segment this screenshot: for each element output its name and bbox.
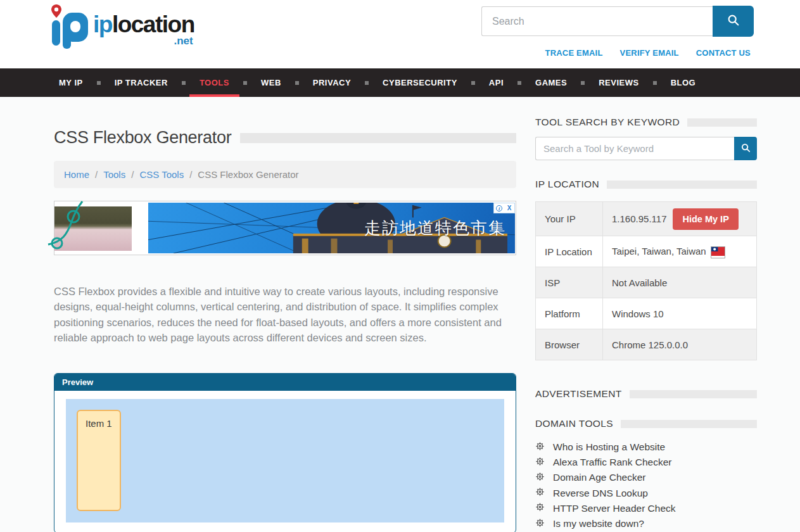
verify-email-link[interactable]: VERIFY EMAIL	[620, 48, 679, 58]
list-item[interactable]: Domain Age Checker	[535, 470, 757, 485]
breadcrumb-css-tools[interactable]: CSS Tools	[139, 169, 184, 180]
tool-search-heading: TOOL SEARCH BY KEYWORD	[535, 117, 680, 128]
site-header: iplocation .net TRACE EMAIL VERIFY EMAIL…	[0, 0, 800, 68]
row-label: Your IP	[536, 202, 603, 236]
nav-item-web[interactable]: WEB	[256, 68, 286, 97]
tool-description: CSS Flexbox provides a flexible and intu…	[54, 284, 505, 346]
list-item[interactable]: Is my website down?	[535, 516, 757, 531]
breadcrumb-separator: /	[95, 169, 98, 180]
nav-separator	[365, 81, 369, 85]
nav-item-api[interactable]: API	[484, 68, 509, 97]
your-ip-value: 1.160.95.117	[612, 213, 666, 224]
domain-tool-link[interactable]: Who is Hosting a Website	[553, 441, 665, 453]
nav-item-games[interactable]: GAMES	[530, 68, 572, 97]
nav-item-blog[interactable]: BLOG	[666, 68, 701, 97]
row-label: Platform	[536, 298, 603, 329]
search-icon	[727, 13, 740, 29]
adchoices-info-icon[interactable]: i	[494, 203, 504, 213]
breadcrumb-tools[interactable]: Tools	[103, 169, 125, 180]
domain-tools-heading: DOMAIN TOOLS	[535, 418, 613, 429]
tool-search	[535, 137, 757, 160]
heading-decoration-bar	[621, 420, 757, 428]
preview-body: Item 1	[54, 391, 516, 532]
nav-item-tools[interactable]: TOOLS	[194, 68, 234, 97]
flex-preview-item[interactable]: Item 1	[77, 410, 121, 511]
table-row: Platform Windows 10	[536, 298, 757, 329]
heading-decoration-bar	[630, 390, 757, 398]
list-item[interactable]: Alexa Traffic Rank Checker	[535, 455, 757, 470]
nav-separator	[243, 81, 247, 85]
adchoices: i X	[493, 203, 515, 213]
site-search	[481, 6, 754, 36]
title-row: CSS Flexbox Generator	[54, 128, 516, 148]
gear-icon	[535, 518, 545, 530]
page-title: CSS Flexbox Generator	[54, 128, 231, 148]
site-search-button[interactable]	[713, 6, 754, 37]
row-value: Chrome 125.0.0.0	[603, 329, 757, 360]
nav-item-my-ip[interactable]: MY IP	[54, 68, 88, 97]
row-value: Not Available	[603, 267, 757, 298]
search-icon	[740, 142, 751, 155]
flex-preview-container: Item 1	[66, 399, 504, 522]
nav-item-reviews[interactable]: REVIEWS	[594, 68, 644, 97]
list-item[interactable]: Who is Hosting a Website	[535, 440, 757, 455]
row-label: IP Location	[536, 236, 603, 267]
domain-tools-list: Who is Hosting a Website Alexa Traffic R…	[535, 440, 757, 532]
trace-email-link[interactable]: TRACE EMAIL	[545, 48, 603, 58]
adchoices-close-icon[interactable]: X	[504, 203, 514, 213]
logo-ip: ip	[93, 11, 112, 37]
ad-left-image	[54, 206, 132, 251]
ad-route-line	[51, 198, 136, 258]
domain-tool-link[interactable]: Is my website down?	[553, 518, 644, 529]
list-item[interactable]: HTTP Server Header Check	[535, 501, 757, 516]
domain-tool-link[interactable]: Domain Age Checker	[553, 472, 645, 483]
list-item[interactable]: Reverse DNS Lookup	[535, 486, 757, 501]
nav-separator	[581, 81, 585, 85]
nav-separator	[517, 81, 521, 85]
domain-tool-link[interactable]: Reverse DNS Lookup	[553, 488, 648, 499]
ad-banner[interactable]: 走訪地道特色市集 i X	[54, 201, 516, 255]
table-row: ISP Not Available	[536, 267, 757, 298]
nav-item-privacy[interactable]: PRIVACY	[308, 68, 356, 97]
domain-tools-heading-row: DOMAIN TOOLS	[535, 418, 757, 429]
nav-item-cybersecurity[interactable]: CYBERSECURITY	[378, 68, 462, 97]
ip-location-table: Your IP 1.160.95.117Hide My IP IP Locati…	[535, 201, 757, 360]
nav-separator	[97, 81, 101, 85]
logo-mark-icon	[48, 4, 89, 52]
header-links: TRACE EMAIL VERIFY EMAIL CONTACT US	[545, 48, 751, 58]
domain-tool-link[interactable]: Alexa Traffic Rank Checker	[553, 457, 672, 468]
advertisement-heading: ADVERTISEMENT	[535, 388, 622, 400]
breadcrumb: Home / Tools / CSS Tools / CSS Flexbox G…	[54, 161, 516, 188]
table-row: Your IP 1.160.95.117Hide My IP	[536, 202, 757, 236]
nav-item-ip-tracker[interactable]: IP TRACKER	[110, 68, 173, 97]
site-search-input[interactable]	[481, 6, 713, 36]
breadcrumb-home[interactable]: Home	[64, 169, 89, 180]
preview-card: Preview Item 1	[54, 373, 516, 532]
domain-tool-link[interactable]: HTTP Server Header Check	[553, 503, 676, 514]
logo-text: iplocation .net	[93, 13, 194, 47]
ad-caption: 走訪地道特色市集	[364, 217, 506, 239]
ip-location-heading: IP LOCATION	[535, 179, 599, 190]
ip-location-value: Taipei, Taiwan, Taiwan	[612, 246, 706, 256]
tool-search-button[interactable]	[734, 137, 757, 160]
gear-icon	[535, 441, 545, 453]
row-label: ISP	[536, 267, 603, 298]
sidebar: TOOL SEARCH BY KEYWORD IP LOCATION	[535, 97, 757, 532]
hide-my-ip-button[interactable]: Hide My IP	[673, 208, 738, 230]
main-nav: MY IP IP TRACKER TOOLS WEB PRIVACY CYBER…	[0, 68, 800, 97]
breadcrumb-current: CSS Flexbox Generator	[198, 169, 298, 180]
heading-decoration-bar	[687, 118, 757, 127]
nav-separator	[182, 81, 186, 85]
breadcrumb-separator: /	[131, 169, 134, 180]
tool-search-input[interactable]	[535, 137, 734, 160]
breadcrumb-separator: /	[189, 169, 192, 180]
contact-us-link[interactable]: CONTACT US	[696, 48, 751, 58]
row-value: 1.160.95.117Hide My IP	[603, 202, 757, 236]
logo-location: location	[112, 11, 194, 37]
row-value: Windows 10	[603, 298, 757, 329]
content: CSS Flexbox Generator Home / Tools / CSS…	[0, 97, 800, 532]
logo-net: .net	[93, 35, 194, 47]
logo[interactable]: iplocation .net	[48, 4, 194, 52]
table-row: IP Location Taipei, Taiwan, Taiwan	[536, 236, 757, 267]
ip-location-heading-row: IP LOCATION	[535, 179, 757, 190]
